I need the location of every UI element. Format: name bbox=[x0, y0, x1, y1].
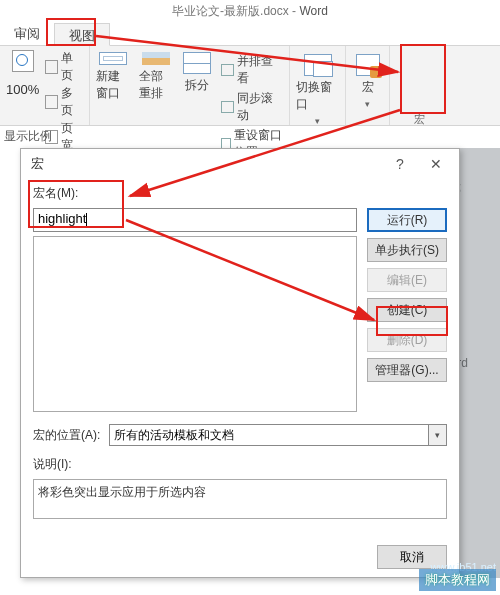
title-bar: 毕业论文-最新版.docx - Word bbox=[0, 0, 500, 22]
macro-name-input[interactable]: highlight bbox=[33, 208, 357, 232]
description-text: 将彩色突出显示应用于所选内容 bbox=[33, 479, 447, 519]
macro-name-label: 宏名(M): bbox=[33, 185, 447, 202]
macro-icon bbox=[356, 54, 380, 76]
zoom-percent[interactable]: 100% bbox=[6, 82, 39, 97]
new-window-icon bbox=[99, 52, 127, 65]
create-button[interactable]: 创建(C) bbox=[367, 298, 447, 322]
new-window-button[interactable]: 新建窗口 bbox=[96, 50, 129, 102]
switch-window-button[interactable]: 切换窗口 ▾ bbox=[296, 50, 339, 126]
arrange-all-icon bbox=[142, 52, 170, 65]
group-zoom: 100% 单页 多页 页宽 bbox=[0, 46, 90, 125]
delete-button: 删除(D) bbox=[367, 328, 447, 352]
macros-button[interactable]: 宏 ▾ bbox=[352, 50, 383, 109]
zoom-multi-page[interactable]: 多页 bbox=[45, 85, 83, 119]
edit-button: 编辑(E) bbox=[367, 268, 447, 292]
sync-scroll-icon bbox=[221, 101, 234, 113]
chevron-down-icon: ▾ bbox=[365, 99, 370, 109]
dialog-titlebar[interactable]: 宏 ? ✕ bbox=[21, 149, 459, 179]
arrange-all-button[interactable]: 全部重排 bbox=[139, 50, 172, 102]
single-page-icon bbox=[45, 60, 58, 74]
dialog-title: 宏 bbox=[31, 155, 44, 173]
macro-dialog: 宏 ? ✕ 宏名(M): highlight 运行(R) 单步执行(S) 编辑(… bbox=[20, 148, 460, 578]
macro-listbox[interactable] bbox=[33, 236, 357, 412]
switch-window-icon bbox=[304, 54, 332, 76]
doc-name: 毕业论文-最新版.docx bbox=[172, 4, 289, 18]
description-label: 说明(I): bbox=[33, 456, 447, 473]
tab-view[interactable]: 视图 bbox=[54, 23, 110, 46]
group-window: 新建窗口 全部重排 拆分 并排查看 同步滚动 重设窗口位置 bbox=[90, 46, 290, 125]
chevron-down-icon: ▾ bbox=[315, 116, 320, 126]
ribbon: 100% 单页 多页 页宽 新建窗口 全部重排 拆分 并排查 bbox=[0, 46, 500, 126]
group-label-macro: 宏 bbox=[414, 112, 425, 127]
ribbon-tabs: 审阅 视图 bbox=[0, 22, 500, 46]
tab-review[interactable]: 审阅 bbox=[0, 22, 54, 45]
run-button[interactable]: 运行(R) bbox=[367, 208, 447, 232]
side-by-side-icon bbox=[221, 64, 234, 76]
step-into-button[interactable]: 单步执行(S) bbox=[367, 238, 447, 262]
macro-location-combo[interactable]: 所有的活动模板和文档 ▾ bbox=[109, 424, 447, 446]
zoom-icon[interactable] bbox=[12, 50, 34, 72]
organizer-button[interactable]: 管理器(G)... bbox=[367, 358, 447, 382]
zoom-single-page[interactable]: 单页 bbox=[45, 50, 83, 84]
group-switch-window: 切换窗口 ▾ bbox=[290, 46, 346, 125]
app-name: Word bbox=[299, 4, 327, 18]
split-button[interactable]: 拆分 bbox=[183, 50, 211, 102]
watermark-text: 脚本教程网 bbox=[419, 569, 496, 591]
split-icon bbox=[183, 52, 211, 74]
sync-scroll-button[interactable]: 同步滚动 bbox=[221, 90, 283, 124]
multi-page-icon bbox=[45, 95, 58, 109]
dialog-help-button[interactable]: ? bbox=[383, 153, 417, 175]
group-macros: 宏 ▾ bbox=[346, 46, 390, 125]
side-by-side-button[interactable]: 并排查看 bbox=[221, 53, 283, 87]
dialog-close-button[interactable]: ✕ bbox=[419, 153, 453, 175]
macro-location-label: 宏的位置(A): bbox=[33, 427, 101, 444]
chevron-down-icon: ▾ bbox=[429, 424, 447, 446]
